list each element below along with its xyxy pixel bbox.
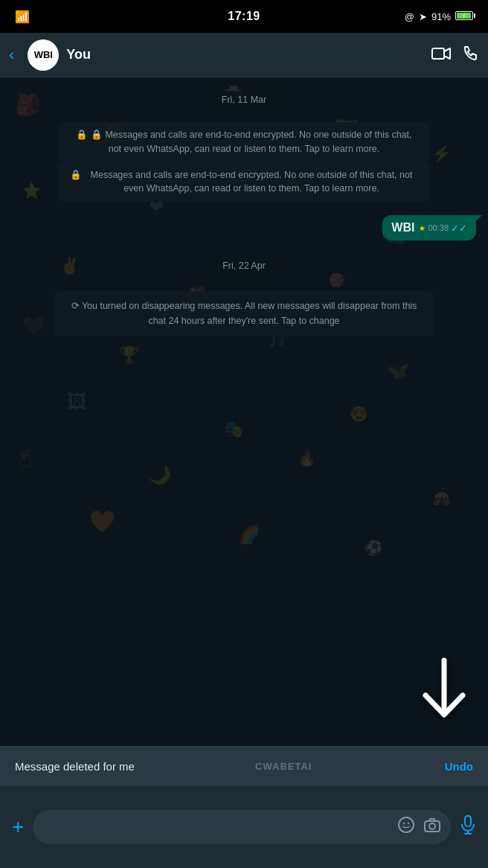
scroll-down-arrow[interactable] bbox=[418, 657, 470, 727]
message-input[interactable] bbox=[33, 810, 451, 844]
chat-area: 🎒 😊 🌸 📷 ⚡ ⭐ ❤ 🔔 🌊 ✌ 🌺 🎯 🖤 🏆 🎵 🦋 🖼 🎭 😍 📱 … bbox=[0, 77, 488, 786]
chat-content: Fri, 11 Mar 🔒 🔒 Messages and calls are e… bbox=[0, 77, 488, 349]
at-icon: @ bbox=[405, 11, 414, 22]
back-button[interactable]: ‹ bbox=[9, 42, 20, 68]
battery-percent: 91% bbox=[431, 11, 451, 22]
snackbar-text: Message deleted for me bbox=[15, 760, 135, 773]
phone-call-button[interactable] bbox=[463, 45, 479, 66]
svg-rect-0 bbox=[432, 48, 444, 59]
date-badge-1: Fri, 11 Mar bbox=[213, 91, 275, 109]
wifi-icon: 📶 bbox=[15, 10, 30, 24]
chat-header: ‹ WBI You bbox=[0, 33, 488, 77]
disappear-notice[interactable]: ⟳ You turned on disappearing messages. A… bbox=[54, 291, 434, 336]
disappear-text: You turned on disappearing messages. All… bbox=[82, 301, 417, 326]
snackbar-logo: CWABETAI bbox=[255, 761, 312, 772]
contact-name[interactable]: You bbox=[66, 47, 424, 63]
svg-rect-7 bbox=[465, 816, 471, 826]
undo-button[interactable]: Undo bbox=[433, 757, 473, 776]
status-bar: 📶 17:19 @ ➤ 91% ⚡ bbox=[0, 0, 488, 33]
header-icons bbox=[431, 45, 479, 66]
double-tick-icon: ✓✓ bbox=[451, 223, 467, 234]
snackbar: Message deleted for me CWABETAI Undo bbox=[0, 746, 488, 786]
msg-meta: ★ 00:38 ✓✓ bbox=[419, 223, 467, 234]
microphone-button[interactable] bbox=[460, 815, 476, 839]
disappear-icon: ⟳ bbox=[71, 301, 82, 311]
msg-time: 00:38 bbox=[428, 223, 449, 232]
encryption-text: Messages and calls are end-to-end encryp… bbox=[85, 168, 417, 197]
svg-point-6 bbox=[429, 823, 435, 829]
lock-icon: 🔒 bbox=[76, 130, 88, 140]
svg-point-4 bbox=[408, 823, 409, 824]
emoji-button[interactable] bbox=[397, 816, 415, 838]
video-call-button[interactable] bbox=[431, 45, 451, 65]
input-bar: + bbox=[0, 786, 488, 868]
status-right: @ ➤ 91% ⚡ bbox=[405, 10, 473, 23]
encryption-notice[interactable]: 🔒 🔒 Messages and calls are end-to-end en… bbox=[58, 122, 429, 162]
status-left: 📶 bbox=[15, 10, 30, 24]
battery-icon: ⚡ bbox=[455, 10, 473, 23]
outgoing-message[interactable]: WBI ★ 00:38 ✓✓ bbox=[382, 215, 476, 240]
location-icon: ➤ bbox=[419, 11, 427, 22]
star-icon: ★ bbox=[419, 224, 426, 232]
encryption-notice-text[interactable]: 🔒 Messages and calls are end-to-end encr… bbox=[58, 162, 429, 202]
msg-text: WBI bbox=[391, 221, 414, 234]
svg-point-3 bbox=[403, 823, 405, 824]
avatar[interactable]: WBI bbox=[28, 39, 59, 71]
date-badge-2: Fri, 22 Apr bbox=[214, 257, 274, 275]
add-attachment-button[interactable]: + bbox=[12, 817, 24, 837]
status-time: 17:19 bbox=[228, 10, 260, 23]
camera-button[interactable] bbox=[424, 818, 440, 837]
outgoing-msg-wrapper: WBI ★ 00:38 ✓✓ bbox=[12, 215, 476, 240]
svg-point-2 bbox=[399, 817, 414, 832]
lock-icon-2: 🔒 bbox=[70, 168, 82, 182]
